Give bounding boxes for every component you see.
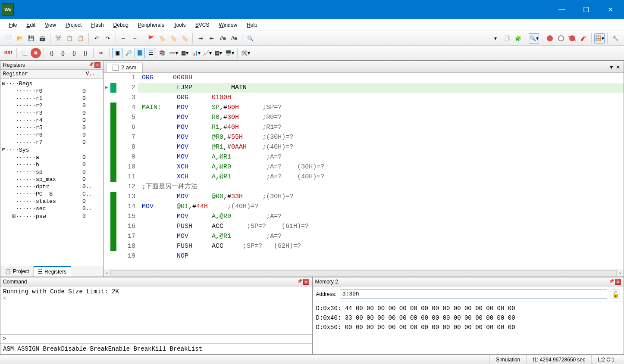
window-layout-icon[interactable]: 🪟▾ xyxy=(594,33,605,44)
run-to-cursor-icon[interactable]: {} xyxy=(80,48,91,58)
status-cursor-pos: L:2 C:1 xyxy=(591,355,621,364)
tab-project[interactable]: 📋 Project xyxy=(0,266,34,277)
command-title: Command xyxy=(3,279,27,285)
bookmark-clear-icon[interactable]: 🏷️ xyxy=(179,33,190,44)
debug-toolbar: RST 📃 ✖ {} {} {} {} ➪ ▣ 🔎 📘 ☰ 📚 👓▾ ▦▾ 📊▾… xyxy=(0,46,624,60)
bookmark-prev-icon[interactable]: 🏷️ xyxy=(157,33,167,44)
main-toolbar: 📄 📂 💾 🗃️ ✂️ 📋 📋 ↶ ↷ ← → 🚩 🏷️ 🏷️ 🏷️ ⇥ ⇤ /… xyxy=(0,31,624,46)
minimize-button[interactable]: — xyxy=(550,0,574,19)
panel-close-icon[interactable]: × xyxy=(303,279,309,285)
indent-icon[interactable]: ⇥ xyxy=(195,33,206,44)
bookmark-next-icon[interactable]: 🏷️ xyxy=(168,33,179,44)
pin-icon[interactable]: 📌 xyxy=(88,62,94,68)
nav-back-icon[interactable]: ← xyxy=(119,33,129,44)
tab-dropdown-icon[interactable]: ▼ xyxy=(609,64,614,70)
registers-title: Registers xyxy=(3,62,25,68)
menu-peripherals[interactable]: Peripherals xyxy=(134,20,169,30)
configure-icon[interactable]: 🔧 xyxy=(610,33,621,44)
memory-dump[interactable]: D:0x30: 44 00 00 00 00 00 00 00 00 00 00… xyxy=(313,302,624,334)
command-panel: Command 📌× Running with Code Size Limit:… xyxy=(0,277,312,355)
save-icon[interactable]: 💾 xyxy=(26,33,36,44)
editor-tab-label: 2.asm xyxy=(121,64,136,71)
reset-cpu-icon[interactable]: RST xyxy=(3,48,14,58)
nav-forward-icon[interactable]: → xyxy=(130,33,140,44)
find-in-files-icon[interactable]: 🔍 xyxy=(245,33,255,44)
pin-icon[interactable]: 📌 xyxy=(609,279,614,285)
file-icon xyxy=(113,65,119,71)
debug-session-icon[interactable]: 🔍▾ xyxy=(529,33,539,44)
disassembly-window-icon[interactable]: 🔎 xyxy=(123,48,134,58)
call-stack-icon[interactable]: 📚 xyxy=(157,48,167,58)
step-over-icon[interactable]: {} xyxy=(58,48,68,58)
command-window-icon[interactable]: ▣ xyxy=(112,48,122,58)
uncomment-icon[interactable]: //≡ xyxy=(229,33,239,44)
manage-rtx-icon[interactable]: 🧩 xyxy=(513,33,523,44)
registers-header: Register V.. xyxy=(0,70,103,79)
comment-icon[interactable]: //≡ xyxy=(218,33,228,44)
stop-icon[interactable]: ✖ xyxy=(31,48,41,58)
system-viewer-icon[interactable]: 🖥️▾ xyxy=(224,48,235,58)
menu-tools[interactable]: Tools xyxy=(169,20,190,30)
menu-project[interactable]: Project xyxy=(61,20,86,30)
menu-help[interactable]: Help xyxy=(242,20,262,30)
serial-window-icon[interactable]: 📊▾ xyxy=(191,48,201,58)
breakpoint-insert-icon[interactable] xyxy=(545,33,555,44)
symbols-window-icon[interactable]: 📘 xyxy=(135,48,145,58)
register-col-value: V.. xyxy=(83,70,103,78)
new-file-icon[interactable]: 📄 xyxy=(3,33,14,44)
run-icon[interactable]: 📃 xyxy=(19,48,30,58)
trace-window-icon[interactable]: ▤▾ xyxy=(213,48,223,58)
command-input[interactable]: > xyxy=(0,334,312,343)
analysis-window-icon[interactable]: 📈▾ xyxy=(202,48,212,58)
menu-file[interactable]: File xyxy=(4,20,21,30)
horizontal-scrollbar[interactable]: ‹› xyxy=(103,269,624,277)
memory-window-icon[interactable]: ▦▾ xyxy=(179,48,190,58)
step-out-icon[interactable]: {} xyxy=(69,48,79,58)
tab-close-icon[interactable]: ✕ xyxy=(616,64,620,70)
open-file-icon[interactable]: 📂 xyxy=(15,33,25,44)
combo-drop-icon[interactable]: ▾ xyxy=(490,33,501,44)
menu-window[interactable]: Window xyxy=(214,20,241,30)
menu-flash[interactable]: Flash xyxy=(87,20,108,30)
paste-icon[interactable]: 📋 xyxy=(75,33,86,44)
status-bar: Simulation t1: 4294.96728650 sec L:2 C:1 xyxy=(0,355,624,364)
address-input[interactable] xyxy=(340,289,607,299)
code-editor[interactable]: 12345678910111213141516171819 ORG 0000H … xyxy=(103,73,624,269)
target-options-icon[interactable]: 📑 xyxy=(502,33,512,44)
menu-debug[interactable]: Debug xyxy=(109,20,133,30)
step-into-icon[interactable]: {} xyxy=(47,48,57,58)
toolbox-icon[interactable]: 🛠️▾ xyxy=(240,48,251,58)
maximize-button[interactable]: ☐ xyxy=(574,0,598,19)
panel-close-icon[interactable]: × xyxy=(94,62,100,68)
show-next-statement-icon[interactable]: ➪ xyxy=(96,48,107,58)
breakpoint-kill-icon[interactable]: 🧨 xyxy=(578,33,589,44)
editor-tab-active[interactable]: 2.asm xyxy=(106,62,143,72)
tab-registers[interactable]: ☰ Registers xyxy=(34,266,71,277)
app-logo-icon: Ws xyxy=(2,3,14,16)
undo-icon[interactable]: ↶ xyxy=(91,33,102,44)
title-bar: Ws — ☐ ✕ xyxy=(0,0,624,19)
memory-panel: Memory 2 📌× Address: 🔓 D:0x30: 44 00 00 … xyxy=(312,277,624,355)
breakpoint-enable-icon[interactable] xyxy=(556,33,566,44)
menu-svcs[interactable]: SVCS xyxy=(191,20,214,30)
editor-panel: 2.asm ▼ ✕ 12345678910111213141516171819 … xyxy=(103,60,624,277)
command-output: Running with Code Size Limit: 2K < xyxy=(0,286,312,334)
copy-icon[interactable]: 📋 xyxy=(64,33,75,44)
bookmark-icon[interactable]: 🚩 xyxy=(146,33,156,44)
pin-icon[interactable]: 📌 xyxy=(297,279,302,285)
register-col-name: Register xyxy=(0,70,83,78)
menu-edit[interactable]: Edit xyxy=(22,20,40,30)
outdent-icon[interactable]: ⇤ xyxy=(207,33,217,44)
save-all-icon[interactable]: 🗃️ xyxy=(37,33,47,44)
close-button[interactable]: ✕ xyxy=(598,0,622,19)
breakpoint-disable-icon[interactable] xyxy=(567,33,577,44)
cut-icon[interactable]: ✂️ xyxy=(53,33,63,44)
lock-icon[interactable]: 🔓 xyxy=(611,289,620,299)
registers-tree[interactable]: ⊟····Regs ······r00 ······r10 ······r20 … xyxy=(0,79,103,266)
registers-window-icon[interactable]: ☰ xyxy=(146,48,156,58)
redo-icon[interactable]: ↷ xyxy=(103,33,113,44)
registers-panel: Registers 📌 × Register V.. ⊟····Regs ···… xyxy=(0,60,103,277)
panel-close-icon[interactable]: × xyxy=(615,279,621,285)
menu-view[interactable]: View xyxy=(41,20,60,30)
watch-window-icon[interactable]: 👓▾ xyxy=(168,48,179,58)
